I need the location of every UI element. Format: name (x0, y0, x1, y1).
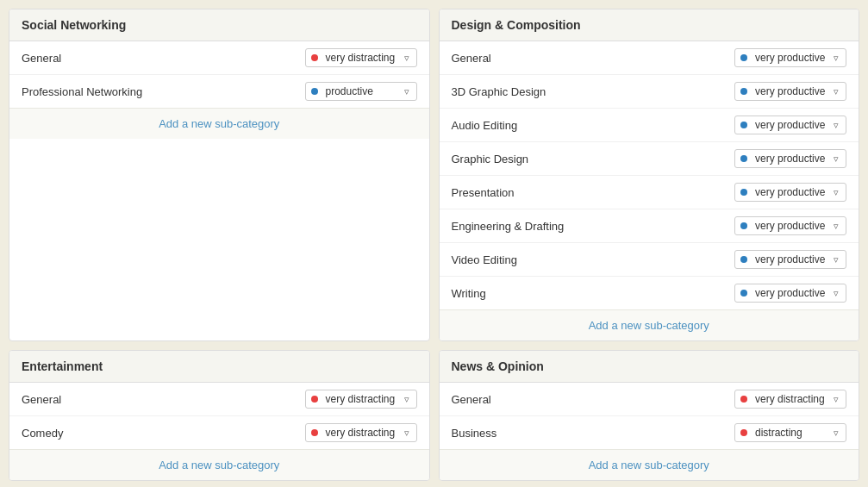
rating-label: very productive (755, 52, 826, 64)
row-label: Graphic Design (452, 153, 529, 165)
dropdown-arrow-icon: ▿ (404, 86, 409, 97)
row-label: Writing (452, 287, 486, 300)
rating-dot (740, 155, 747, 162)
card-body-social-networking: Generalvery distracting▿Professional Net… (9, 41, 429, 108)
card-design-composition: Design & CompositionGeneralvery producti… (439, 9, 860, 341)
table-row: Video Editingvery productive▿ (440, 243, 859, 277)
table-row: 3D Graphic Designvery productive▿ (440, 75, 859, 109)
row-label: Comedy (22, 427, 63, 440)
rating-label: very productive (755, 153, 826, 165)
rating-dropdown[interactable]: very productive▿ (734, 183, 846, 202)
card-footer-entertainment: Add a new sub-category (9, 449, 429, 480)
dropdown-arrow-icon: ▿ (834, 187, 839, 198)
rating-dropdown[interactable]: very productive▿ (734, 82, 846, 101)
card-footer-design-composition: Add a new sub-category (440, 309, 859, 340)
add-subcategory-button[interactable]: Add a new sub-category (589, 459, 709, 471)
rating-dropdown[interactable]: very distracting▿ (734, 390, 846, 409)
card-footer-news-opinion: Add a new sub-category (440, 449, 859, 480)
rating-dot (740, 122, 747, 128)
table-row: Generalvery distracting▿ (9, 41, 429, 75)
rating-dot (311, 429, 318, 436)
card-news-opinion: News & OpinionGeneralvery distracting▿Bu… (439, 350, 860, 481)
rating-label: very distracting (755, 393, 826, 405)
row-label: General (452, 393, 491, 406)
rating-dropdown[interactable]: very productive▿ (734, 284, 846, 303)
table-row: Audio Editingvery productive▿ (440, 109, 859, 142)
dropdown-arrow-icon: ▿ (834, 153, 839, 165)
rating-dot (740, 189, 747, 196)
row-label: Video Editing (452, 253, 517, 266)
rating-label: very productive (755, 186, 826, 198)
dropdown-arrow-icon: ▿ (834, 53, 839, 64)
rating-dot (740, 88, 747, 95)
dropdown-arrow-icon: ▿ (834, 221, 839, 232)
table-row: Graphic Designvery productive▿ (440, 142, 859, 176)
rating-label: very productive (755, 253, 826, 265)
card-footer-social-networking: Add a new sub-category (9, 108, 429, 139)
card-header-design-composition: Design & Composition (440, 9, 859, 41)
rating-dot (311, 396, 318, 403)
dropdown-arrow-icon: ▿ (834, 288, 839, 299)
row-label: General (22, 393, 61, 406)
rating-dropdown[interactable]: very productive▿ (734, 149, 846, 168)
rating-label: very distracting (326, 427, 397, 439)
rating-dropdown[interactable]: very distracting▿ (305, 390, 417, 409)
add-subcategory-button[interactable]: Add a new sub-category (589, 319, 709, 332)
dropdown-arrow-icon: ▿ (404, 394, 409, 405)
card-body-entertainment: Generalvery distracting▿Comedyvery distr… (9, 383, 429, 449)
rating-label: very distracting (326, 52, 397, 64)
rating-dot (740, 290, 747, 297)
row-label: Professional Networking (22, 85, 142, 98)
dropdown-arrow-icon: ▿ (834, 86, 839, 97)
rating-dot (311, 88, 318, 95)
row-label: 3D Graphic Design (452, 85, 546, 98)
card-header-social-networking: Social Networking (9, 9, 429, 41)
rating-label: very productive (755, 220, 826, 232)
rating-dot (740, 396, 747, 403)
table-row: Generalvery productive▿ (440, 41, 859, 75)
dropdown-arrow-icon: ▿ (834, 394, 839, 405)
row-label: Engineering & Drafting (452, 220, 565, 233)
rating-dropdown[interactable]: very productive▿ (734, 48, 846, 67)
rating-dot (740, 256, 747, 263)
rating-dot (311, 54, 318, 61)
rating-label: productive (326, 85, 397, 97)
table-row: Businessdistracting▿ (440, 416, 859, 449)
card-social-networking: Social NetworkingGeneralvery distracting… (9, 9, 430, 341)
rating-dot (740, 222, 747, 229)
row-label: Presentation (452, 186, 515, 199)
dropdown-arrow-icon: ▿ (834, 120, 839, 131)
row-label: General (452, 52, 491, 65)
table-row: Presentationvery productive▿ (440, 176, 859, 209)
card-body-design-composition: Generalvery productive▿3D Graphic Design… (440, 41, 859, 309)
add-subcategory-button[interactable]: Add a new sub-category (159, 117, 279, 130)
dropdown-arrow-icon: ▿ (834, 254, 839, 265)
table-row: Generalvery distracting▿ (440, 383, 859, 416)
rating-dropdown[interactable]: very distracting▿ (305, 423, 417, 442)
rating-dropdown[interactable]: productive▿ (305, 82, 417, 101)
table-row: Professional Networkingproductive▿ (9, 75, 429, 108)
dropdown-arrow-icon: ▿ (404, 53, 409, 64)
rating-label: very productive (755, 119, 826, 131)
row-label: Business (452, 427, 497, 440)
add-subcategory-button[interactable]: Add a new sub-category (159, 459, 279, 471)
rating-dropdown[interactable]: very productive▿ (734, 250, 846, 269)
rating-label: very distracting (326, 393, 397, 405)
rating-dot (740, 429, 747, 436)
rating-dropdown[interactable]: very productive▿ (734, 116, 846, 134)
rating-dropdown[interactable]: very distracting▿ (305, 48, 417, 67)
row-label: General (22, 52, 61, 65)
dropdown-arrow-icon: ▿ (834, 428, 839, 439)
rating-label: very productive (755, 85, 826, 97)
rating-label: distracting (755, 427, 826, 439)
rating-dropdown[interactable]: distracting▿ (734, 423, 846, 442)
table-row: Writingvery productive▿ (440, 277, 859, 309)
card-header-news-opinion: News & Opinion (440, 351, 859, 383)
rating-label: very productive (755, 287, 826, 299)
dropdown-arrow-icon: ▿ (404, 428, 409, 439)
table-row: Generalvery distracting▿ (9, 383, 429, 416)
rating-dropdown[interactable]: very productive▿ (734, 216, 846, 235)
card-entertainment: EntertainmentGeneralvery distracting▿Com… (9, 350, 430, 481)
category-grid: Social NetworkingGeneralvery distracting… (9, 9, 859, 481)
card-header-entertainment: Entertainment (9, 351, 429, 383)
